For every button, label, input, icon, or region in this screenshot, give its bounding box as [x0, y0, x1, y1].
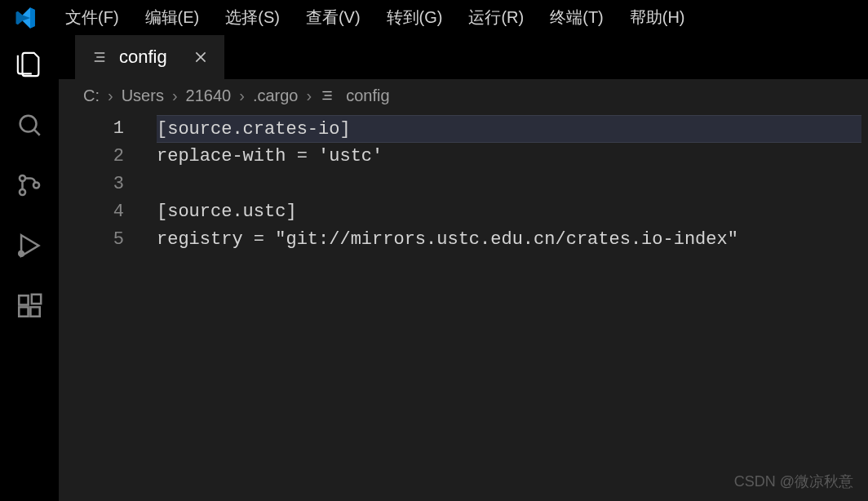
editor-content[interactable]: 1 2 3 4 5 [source.crates-io] replace-wit… [59, 112, 868, 501]
breadcrumb-item[interactable]: 21640 [186, 86, 232, 105]
svg-point-3 [20, 189, 25, 195]
svg-rect-6 [19, 295, 28, 304]
menu-view[interactable]: 查看(V) [293, 2, 374, 33]
code-line[interactable]: [source.ustc] [157, 198, 868, 226]
source-control-icon[interactable] [15, 171, 44, 200]
breadcrumbs[interactable]: C: › Users › 21640 › .cargo › config [59, 79, 868, 112]
code-line[interactable]: registry = "git://mirrors.ustc.edu.cn/cr… [157, 226, 868, 254]
svg-rect-8 [30, 307, 39, 316]
menu-selection[interactable]: 选择(S) [212, 2, 293, 33]
chevron-right-icon: › [236, 86, 248, 105]
tabs-container: config [59, 35, 868, 79]
activity-bar [0, 35, 59, 501]
menu-terminal[interactable]: 终端(T) [537, 2, 617, 33]
line-numbers-gutter: 1 2 3 4 5 [59, 112, 157, 501]
search-icon[interactable] [15, 110, 44, 140]
explorer-icon[interactable] [15, 50, 44, 79]
code-line[interactable]: replace-with = 'ustc' [157, 143, 868, 171]
svg-point-5 [19, 251, 24, 256]
code-line[interactable]: [source.crates-io] [157, 115, 861, 143]
svg-point-2 [20, 175, 25, 181]
line-number: 2 [59, 143, 124, 171]
close-icon[interactable] [192, 48, 210, 66]
tab-label: config [119, 47, 167, 68]
line-number: 5 [59, 226, 124, 254]
line-number: 4 [59, 198, 124, 226]
chevron-right-icon: › [303, 86, 315, 105]
chevron-right-icon: › [104, 86, 117, 105]
menu-go[interactable]: 转到(G) [374, 2, 456, 33]
line-number: 3 [59, 171, 124, 198]
svg-point-4 [33, 182, 39, 188]
file-config-icon [320, 88, 334, 103]
extensions-icon[interactable] [15, 291, 44, 321]
svg-line-1 [34, 130, 40, 135]
menu-run[interactable]: 运行(R) [455, 2, 537, 33]
menu-file[interactable]: 文件(F) [52, 2, 132, 33]
code-line[interactable] [157, 171, 868, 198]
chevron-right-icon: › [169, 86, 181, 105]
svg-rect-7 [19, 307, 28, 316]
breadcrumb-item[interactable]: config [346, 86, 389, 105]
editor-area: config C: › Users › 21640 › .cargo › [59, 35, 868, 501]
menu-edit[interactable]: 编辑(E) [132, 2, 213, 33]
line-number: 1 [59, 115, 124, 143]
main-area: config C: › Users › 21640 › .cargo › [0, 35, 868, 501]
breadcrumb-item[interactable]: .cargo [253, 86, 299, 105]
vscode-logo-icon [13, 7, 36, 29]
title-bar: 文件(F) 编辑(E) 选择(S) 查看(V) 转到(G) 运行(R) 终端(T… [0, 0, 868, 35]
menu-help[interactable]: 帮助(H) [617, 2, 698, 33]
breadcrumb-item[interactable]: C: [83, 86, 100, 105]
run-debug-icon[interactable] [15, 231, 44, 260]
code-area[interactable]: [source.crates-io] replace-with = 'ustc'… [157, 112, 868, 501]
breadcrumb-item[interactable]: Users [122, 86, 164, 105]
menu-bar: 文件(F) 编辑(E) 选择(S) 查看(V) 转到(G) 运行(R) 终端(T… [52, 2, 698, 33]
tab-config[interactable]: config [75, 35, 225, 79]
svg-rect-9 [32, 295, 41, 304]
svg-point-0 [20, 116, 37, 132]
watermark: CSDN @微凉秋意 [734, 472, 853, 491]
file-config-icon [91, 49, 108, 65]
